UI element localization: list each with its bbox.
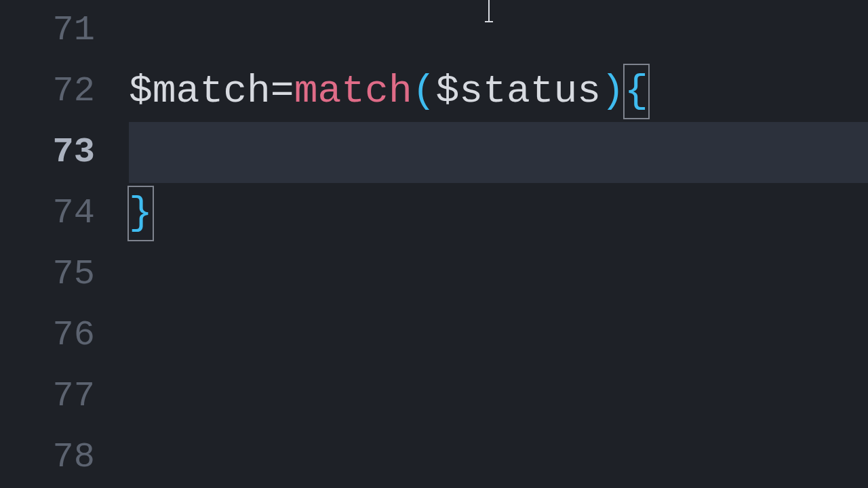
- token-variable: $match: [129, 69, 271, 113]
- line-number: 71: [0, 0, 95, 61]
- token-paren: ): [601, 69, 625, 113]
- code-content[interactable]: $match=match($status){ }: [129, 0, 868, 488]
- line-number: 72: [0, 61, 95, 122]
- code-editor[interactable]: 71 72 73 74 75 76 77 78 $match=match($st…: [0, 0, 868, 488]
- matched-bracket-close: }: [127, 186, 154, 241]
- code-line-current[interactable]: [129, 122, 868, 183]
- line-number-current: 73: [0, 122, 95, 183]
- matched-bracket-open: {: [623, 64, 650, 119]
- token-operator: =: [271, 69, 294, 113]
- code-line[interactable]: [129, 0, 868, 61]
- token-paren: (: [412, 69, 436, 113]
- line-number: 74: [0, 183, 95, 244]
- token-variable: $status: [436, 69, 601, 113]
- code-line[interactable]: [129, 366, 868, 427]
- line-number: 75: [0, 244, 95, 305]
- code-line[interactable]: [129, 305, 868, 366]
- token-brace: {: [625, 69, 648, 113]
- token-function: match: [294, 69, 412, 113]
- line-number-gutter: 71 72 73 74 75 76 77 78: [0, 0, 129, 488]
- code-line[interactable]: $match=match($status){: [129, 61, 868, 122]
- token-brace: }: [129, 191, 153, 235]
- line-number: 76: [0, 305, 95, 366]
- line-number: 78: [0, 427, 95, 488]
- code-line[interactable]: [129, 244, 868, 305]
- code-line[interactable]: [129, 427, 868, 488]
- line-number: 77: [0, 366, 95, 427]
- code-line[interactable]: }: [129, 183, 868, 244]
